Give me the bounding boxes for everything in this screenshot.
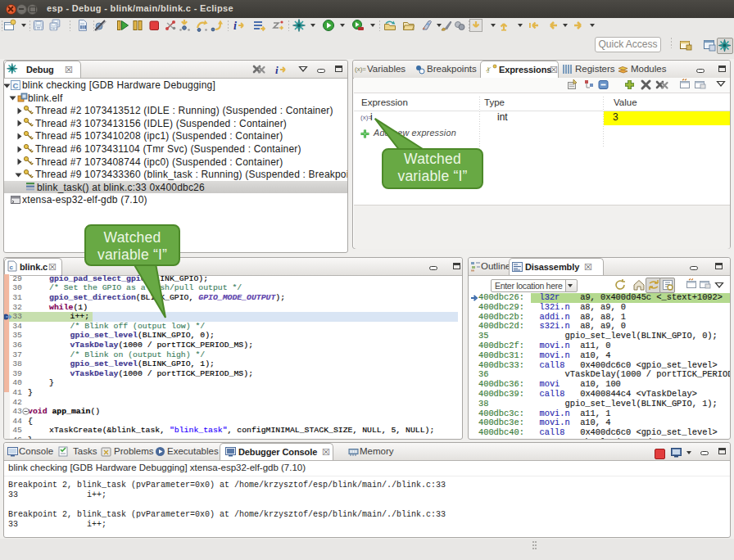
- svg-text:i: i: [275, 64, 279, 76]
- svg-text:(x)=: (x)=: [355, 65, 366, 73]
- svg-text:𝑥̱: 𝑥̱: [486, 65, 492, 73]
- svg-text:C: C: [13, 81, 19, 90]
- svg-text:i: i: [233, 20, 237, 32]
- svg-text:c: c: [10, 264, 14, 271]
